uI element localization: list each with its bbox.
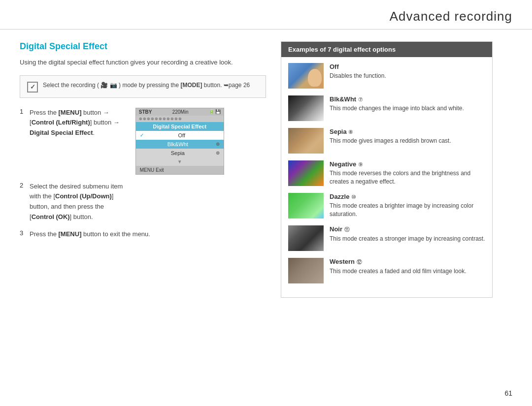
- step-1: 1 Press the [MENU] button → [Control (Le…: [20, 108, 266, 175]
- cam-header: STBY 220Min 🔋 💾: [136, 108, 224, 116]
- effect-thumb-blkwht: [288, 95, 324, 121]
- effect-info-blkwht: Blk&Wht ⑦ This mode changes the image in…: [330, 95, 485, 113]
- cam-item-blkwht-label: Blk&Wht: [167, 141, 188, 147]
- left-column: Digital Special Effect Using the digital…: [20, 41, 266, 298]
- effect-info-sepia: Sepia ⑧ This mode gives images a reddish…: [330, 128, 485, 145]
- step-1-text: Press the [MENU] button → [Control (Left…: [30, 108, 120, 138]
- step-3: 3 Press the [MENU] button to exit the me…: [20, 229, 266, 240]
- cam-icons-row: ⊛⊛⊛⊛⊛⊛⊛⊛⊛⊛⊛: [136, 116, 224, 122]
- effect-name-blkwht: Blk&Wht ⑦: [330, 95, 485, 103]
- section-title: Digital Special Effect: [20, 41, 266, 52]
- step-3-num: 3: [20, 229, 26, 237]
- cam-item-off-label: Off: [178, 132, 185, 138]
- steps-list: 1 Press the [MENU] button → [Control (Le…: [20, 108, 266, 240]
- effect-name-dazzle: Dazzle ⑩: [330, 193, 485, 200]
- step-2: 2 Select the desired submenu item with t…: [20, 182, 266, 222]
- cam-header-icons: 🔋 💾: [209, 109, 221, 114]
- cam-menu-items: ✓ Off Blk&Wht ⊕: [136, 131, 224, 166]
- page-title: Advanced recording: [390, 9, 512, 24]
- cam-menu-item-blkwht: Blk&Wht ⊕: [136, 140, 224, 149]
- step-2-num: 2: [20, 182, 26, 189]
- effect-name-sepia: Sepia ⑧: [330, 128, 485, 135]
- step-1-num: 1: [20, 108, 26, 115]
- page-number: 61: [504, 389, 512, 397]
- effect-item-sepia: Sepia ⑧ This mode gives images a reddish…: [288, 128, 485, 154]
- cam-check: ✓: [140, 132, 144, 138]
- effect-info-western: Western ⑫ This mode creates a faded and …: [330, 258, 485, 276]
- cam-menu-item-off: ✓ Off: [136, 131, 224, 140]
- camera-menu-box: STBY 220Min 🔋 💾 ⊛⊛⊛⊛⊛⊛⊛⊛⊛⊛⊛: [135, 108, 224, 175]
- effect-info-dazzle: Dazzle ⑩ This mode creates a brighter im…: [330, 193, 485, 219]
- effect-info-noir: Noir ⑪ This mode creates a stronger imag…: [330, 225, 485, 243]
- right-column: Examples of 7 digital effect options Off…: [281, 41, 493, 298]
- step-1-inner: Press the [MENU] button → [Control (Left…: [30, 108, 224, 175]
- effect-info-off: Off Disables the function.: [330, 63, 485, 80]
- intro-text: Using the digital special effect functio…: [20, 58, 266, 67]
- cam-stby: STBY: [139, 109, 152, 115]
- step-3-text: Press the [MENU] button to exit the menu…: [30, 229, 150, 240]
- cam-menu-title: Digital Special Effect: [136, 122, 224, 131]
- cam-item-sepia-label: Sepia: [171, 150, 185, 156]
- cam-time: 220Min: [172, 109, 189, 115]
- cam-item-blkwht-icon: ⊕: [216, 141, 220, 147]
- note-icon: ✓: [27, 82, 38, 93]
- step-1-content: Press the [MENU] button → [Control (Left…: [30, 108, 224, 175]
- camera-menu: STBY 220Min 🔋 💾 ⊛⊛⊛⊛⊛⊛⊛⊛⊛⊛⊛: [135, 108, 224, 175]
- cam-menu-item-arrow: ▼: [136, 157, 224, 166]
- examples-header: Examples of 7 digital effect options: [281, 42, 492, 57]
- effect-name-negative: Negative ⑨: [330, 160, 485, 168]
- effect-item-blkwht: Blk&Wht ⑦ This mode changes the image in…: [288, 95, 485, 121]
- effect-thumb-noir: [288, 225, 324, 251]
- main-content: Digital Special Effect Using the digital…: [0, 30, 532, 308]
- effect-thumb-off: [288, 63, 324, 89]
- page-header: Advanced recording: [0, 0, 532, 30]
- effect-desc-sepia: This mode gives images a reddish brown c…: [330, 137, 485, 145]
- cam-footer: MENU Exit: [136, 166, 224, 174]
- step-2-text: Select the desired submenu item with the…: [30, 182, 123, 222]
- cam-item-sepia-icon: ⊕: [216, 150, 220, 156]
- effect-thumb-negative: [288, 160, 324, 186]
- effect-desc-noir: This mode creates a stronger image by in…: [330, 235, 485, 243]
- effect-thumb-sepia: [288, 128, 324, 154]
- effect-name-off: Off: [330, 63, 485, 70]
- effect-item-off: Off Disables the function.: [288, 63, 485, 89]
- effect-desc-off: Disables the function.: [330, 72, 485, 80]
- note-text: Select the recording ( 🎥 📷 ) mode by pre…: [43, 81, 250, 90]
- effect-item-dazzle: Dazzle ⑩ This mode creates a brighter im…: [288, 193, 485, 219]
- cam-menu-item-sepia: Sepia ⊕: [136, 149, 224, 157]
- effect-name-western: Western ⑫: [330, 258, 485, 266]
- effect-info-negative: Negative ⑨ This mode reverses the colors…: [330, 160, 485, 186]
- effect-item-noir: Noir ⑪ This mode creates a stronger imag…: [288, 225, 485, 251]
- examples-box: Examples of 7 digital effect options Off…: [281, 41, 493, 298]
- effect-item-negative: Negative ⑨ This mode reverses the colors…: [288, 160, 485, 186]
- effect-desc-blkwht: This mode changes the image into black a…: [330, 104, 485, 113]
- effect-name-noir: Noir ⑪: [330, 225, 485, 233]
- effect-desc-dazzle: This mode creates a brighter image by in…: [330, 202, 485, 219]
- effect-thumb-western: [288, 258, 324, 283]
- effect-item-western: Western ⑫ This mode creates a faded and …: [288, 258, 485, 283]
- effect-list: Off Disables the function. Blk&Wht ⑦ Thi…: [281, 63, 492, 283]
- effect-thumb-dazzle: [288, 193, 324, 219]
- note-box: ✓ Select the recording ( 🎥 📷 ) mode by p…: [20, 75, 266, 98]
- effect-desc-western: This mode creates a faded and old film v…: [330, 267, 485, 276]
- effect-desc-negative: This mode reverses the colors and the br…: [330, 169, 485, 186]
